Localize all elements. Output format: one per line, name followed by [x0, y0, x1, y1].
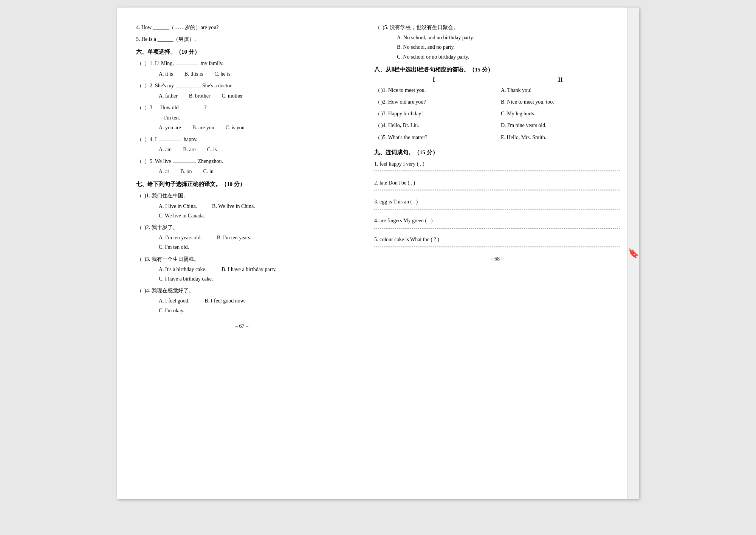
- match-a5-text: E. Hello, Mrs. Smith.: [501, 133, 546, 142]
- q4-text: 4. How ______（……岁的）are you?: [136, 25, 219, 30]
- opt-a: A. it is: [159, 69, 173, 79]
- section7-title: 七、给下列句子选择正确的译文。（10 分）: [136, 181, 347, 188]
- match-q1: （ )1. Nice to meet you.: [374, 85, 493, 95]
- blank: [173, 163, 196, 163]
- sentence-2: 2. late Don't be ( . ): [374, 178, 620, 191]
- opt-a: A. you are: [159, 123, 181, 132]
- s7-r-q5-a: A. No school, and no birthday party.: [374, 33, 620, 42]
- paren: （: [374, 85, 381, 95]
- page-container: 4. How ______（……岁的）are you? 5. He is a _…: [117, 8, 639, 499]
- dotted-line: [374, 189, 620, 189]
- sent-4-text: 4. are fingers My green ( . ): [374, 216, 432, 225]
- right-page: （ )5. 没有学校，也没有生日聚会。 A. No school, and no…: [359, 8, 631, 499]
- sent-5-text: 5. colour cake is What the ( ? ): [374, 235, 439, 244]
- match-a1-text: A. Thank you!: [501, 85, 532, 95]
- match-a1: A. Thank you!: [501, 85, 620, 95]
- s7-q4-ab: A. I feel good. B. I feel good now.: [136, 296, 347, 305]
- dotted-line: [374, 227, 620, 227]
- sentence-1: 1. feel happy I very ( . ): [374, 159, 620, 172]
- opt-b: B. We live in China.: [212, 202, 255, 211]
- s7-q1: （ )1. 我们住在中国。 A. I live in China. B. We …: [136, 191, 347, 220]
- match-q2-text: )2. How old are you?: [381, 97, 426, 107]
- opt-b: B. this is: [184, 69, 203, 79]
- paren: （: [136, 81, 143, 90]
- question-5: 5. He is a ______（男孩）.: [136, 34, 347, 44]
- s7-q4: （ )4. 我现在感觉好了。 A. I feel good. B. I feel…: [136, 286, 347, 315]
- s7-q2: （ )2. 我十岁了。 A. I'm ten years old. B. I'm…: [136, 223, 347, 252]
- s7-q2-ab: A. I'm ten years old. B. I'm ten years.: [136, 233, 347, 242]
- s7-q3-row: （ )3. 我有一个生日蛋糕。: [136, 254, 347, 264]
- s6-q1-options: A. it is B. this is C. he is: [136, 69, 347, 79]
- opt-a: A. It's a birthday cake.: [159, 265, 206, 274]
- opt-b: B. I feel good now.: [204, 296, 245, 305]
- sent-5-lines: [374, 246, 620, 248]
- question-4: 4. How ______（……岁的）are you?: [136, 23, 347, 32]
- match-a4: D. I'm nine years old.: [501, 121, 620, 130]
- s6-q3-options: A. you are B. are you C. is you: [136, 123, 347, 132]
- q5-text: 5. He is a ______（男孩）.: [136, 36, 196, 42]
- s7-q2-text: )2. 我十岁了。: [144, 223, 178, 232]
- sent-4-words: 4. are fingers My green ( . ): [374, 216, 620, 225]
- dotted-line: [374, 248, 620, 248]
- dotted-line: [374, 170, 620, 171]
- paren: （: [136, 135, 143, 144]
- column-I: I （ )1. Nice to meet you. （ )2. How old …: [374, 76, 493, 144]
- opt-c: C. is: [207, 145, 217, 154]
- s7-q1-row: （ )1. 我们住在中国。: [136, 191, 347, 200]
- match-q5-text: )5. What's the matter?: [381, 133, 428, 142]
- paren: （: [374, 97, 381, 107]
- s6-q4-options: A. am B. are C. is: [136, 145, 347, 154]
- paren: （: [136, 59, 143, 68]
- opt-c: C. is you: [226, 123, 245, 132]
- dotted-line: [374, 172, 620, 172]
- matching-section: I （ )1. Nice to meet you. （ )2. How old …: [374, 76, 620, 144]
- sent-1-words: 1. feel happy I very ( . ): [374, 159, 620, 169]
- opt-b: B. are you: [192, 123, 214, 132]
- s6-q4: （ ）4. I happy. A. am B. are C. is: [136, 135, 347, 154]
- match-a4-text: D. I'm nine years old.: [501, 121, 547, 130]
- side-icon: 🔖: [628, 248, 639, 259]
- section9-title: 九、连词成句。（15 分）: [374, 149, 620, 156]
- s7-q1-ab: A. I live in China. B. We live in China.: [136, 202, 347, 211]
- side-decoration: 🔖: [627, 8, 639, 499]
- sentence-5: 5. colour cake is What the ( ? ): [374, 235, 620, 248]
- opt-b: B. brother: [189, 91, 211, 101]
- match-q5: （ )5. What's the matter?: [374, 133, 493, 142]
- s7-r-q5-b: B. No school, and no party.: [374, 42, 620, 52]
- blank: [176, 87, 199, 87]
- match-q2: （ )2. How old are you?: [374, 97, 493, 107]
- s7-q4-text: )4. 我现在感觉好了。: [144, 286, 194, 295]
- paren: （: [374, 109, 381, 118]
- s6-q5-text: ）5. We live Zhengzhou.: [144, 157, 223, 166]
- s7-q2-c: C. I'm ten old.: [136, 242, 347, 252]
- match-q4: （ )4. Hello, Dr. Liu.: [374, 121, 493, 130]
- s7-q2-row: （ )2. 我十岁了。: [136, 223, 347, 232]
- s7-q1-text: )1. 我们住在中国。: [144, 191, 189, 200]
- opt-a: A. I feel good.: [159, 296, 189, 305]
- paren: （: [136, 286, 143, 295]
- s6-q5-options: A. at B. on C. in: [136, 167, 347, 176]
- s7-q3-text: )3. 我有一个生日蛋糕。: [144, 254, 199, 264]
- opt-a: A. at: [159, 167, 169, 176]
- paren: （: [136, 254, 143, 264]
- opt-b: B. I have a birthday party.: [222, 265, 277, 274]
- sent-5-words: 5. colour cake is What the ( ? ): [374, 235, 620, 244]
- opt-c: C. in: [203, 167, 214, 176]
- match-a2: B. Nice to meet you, too.: [501, 97, 620, 107]
- paren: （: [374, 133, 381, 142]
- s6-q2-row: （ ）2. She's my . She's a doctor.: [136, 81, 347, 90]
- s7-r-q5-text: )5. 没有学校，也没有生日聚会。: [383, 23, 459, 32]
- s6-q3-sub: —I'm ten.: [136, 113, 347, 123]
- s7-q4-row: （ )4. 我现在感觉好了。: [136, 286, 347, 295]
- col-I-header: I: [374, 76, 493, 83]
- paren: （: [374, 23, 381, 32]
- s7-q3: （ )3. 我有一个生日蛋糕。 A. It's a birthday cake.…: [136, 254, 347, 284]
- section8-title: 八、从Ⅱ栏中选出Ⅰ栏各句相应的答语。（15 分）: [374, 66, 620, 73]
- opt-a: A. father: [159, 91, 178, 101]
- paren: （: [136, 157, 143, 166]
- s7-r-q5-row: （ )5. 没有学校，也没有生日聚会。: [374, 23, 620, 32]
- sentence-4: 4. are fingers My green ( . ): [374, 216, 620, 229]
- match-q4-text: )4. Hello, Dr. Liu.: [381, 121, 419, 130]
- left-page: 4. How ______（……岁的）are you? 5. He is a _…: [117, 8, 359, 499]
- opt-b: B. I'm ten years.: [217, 233, 252, 242]
